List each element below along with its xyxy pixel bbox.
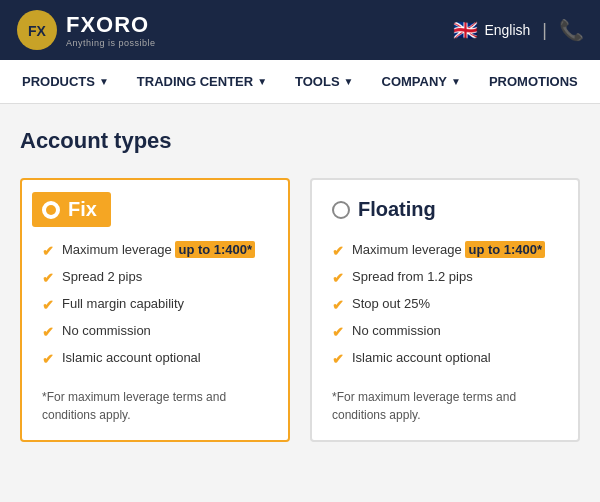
list-item: ✔ Maximum leverage up to 1:400* — [42, 237, 268, 264]
svg-text:FX: FX — [28, 23, 47, 39]
fix-card[interactable]: Fix ✔ Maximum leverage up to 1:400* ✔ Sp… — [20, 178, 290, 442]
products-arrow-icon: ▼ — [99, 76, 109, 87]
tools-arrow-icon: ▼ — [344, 76, 354, 87]
logo-tagline: Anything is possible — [66, 38, 156, 48]
checkmark-icon: ✔ — [332, 351, 344, 367]
list-item: ✔ No commission — [332, 318, 558, 345]
lang-selector[interactable]: 🇬🇧 English — [453, 18, 530, 42]
floating-feature-3: Stop out 25% — [352, 296, 430, 311]
checkmark-icon: ✔ — [42, 324, 54, 340]
fix-feature-1: Maximum leverage up to 1:400* — [62, 242, 255, 257]
list-item: ✔ Spread 2 pips — [42, 264, 268, 291]
page-title: Account types — [20, 128, 580, 154]
checkmark-icon: ✔ — [332, 297, 344, 313]
floating-card-header: Floating — [332, 198, 558, 221]
header-divider: | — [542, 20, 547, 41]
checkmark-icon: ✔ — [42, 270, 54, 286]
nav-item-products[interactable]: PRODUCTS ▼ — [8, 60, 123, 103]
logo-icon: FX — [16, 9, 58, 51]
floating-leverage-highlight: up to 1:400* — [465, 241, 545, 258]
main-nav: PRODUCTS ▼ TRADING CENTER ▼ TOOLS ▼ COMP… — [0, 60, 600, 104]
floating-card-title: Floating — [358, 198, 436, 221]
nav-label-trading-center: TRADING CENTER — [137, 74, 253, 89]
logo-area: FX FXORO Anything is possible — [16, 9, 156, 51]
floating-card[interactable]: Floating ✔ Maximum leverage up to 1:400*… — [310, 178, 580, 442]
main-content: Account types Fix ✔ Maximum leverage up … — [0, 104, 600, 466]
checkmark-icon: ✔ — [332, 270, 344, 286]
header-right: 🇬🇧 English | 📞 — [453, 18, 584, 42]
flag-icon: 🇬🇧 — [453, 18, 478, 42]
nav-item-company[interactable]: COMPANY ▼ — [368, 60, 475, 103]
floating-feature-4: No commission — [352, 323, 441, 338]
checkmark-icon: ✔ — [332, 324, 344, 340]
floating-feature-5: Islamic account optional — [352, 350, 491, 365]
fix-card-header: Fix — [42, 198, 268, 221]
fix-feature-4: No commission — [62, 323, 151, 338]
account-type-cards: Fix ✔ Maximum leverage up to 1:400* ✔ Sp… — [20, 178, 580, 442]
list-item: ✔ Full margin capability — [42, 291, 268, 318]
nav-item-tools[interactable]: TOOLS ▼ — [281, 60, 367, 103]
floating-footnote: *For maximum leverage terms and conditio… — [332, 388, 558, 424]
fix-feature-2: Spread 2 pips — [62, 269, 142, 284]
phone-icon[interactable]: 📞 — [559, 18, 584, 42]
company-arrow-icon: ▼ — [451, 76, 461, 87]
list-item: ✔ Stop out 25% — [332, 291, 558, 318]
nav-item-trading-center[interactable]: TRADING CENTER ▼ — [123, 60, 281, 103]
logo-text: FXORO — [66, 12, 156, 38]
checkmark-icon: ✔ — [42, 351, 54, 367]
list-item: ✔ Islamic account optional — [332, 345, 558, 372]
checkmark-icon: ✔ — [42, 297, 54, 313]
lang-label: English — [484, 22, 530, 38]
nav-label-promotions: PROMOTIONS — [489, 74, 578, 89]
floating-feature-1: Maximum leverage up to 1:400* — [352, 242, 545, 257]
fix-radio-button[interactable] — [42, 201, 60, 219]
fix-leverage-highlight: up to 1:400* — [175, 241, 255, 258]
header: FX FXORO Anything is possible 🇬🇧 English… — [0, 0, 600, 60]
fix-card-title: Fix — [68, 198, 97, 221]
list-item: ✔ No commission — [42, 318, 268, 345]
list-item: ✔ Islamic account optional — [42, 345, 268, 372]
nav-label-company: COMPANY — [382, 74, 447, 89]
nav-label-tools: TOOLS — [295, 74, 340, 89]
trading-center-arrow-icon: ▼ — [257, 76, 267, 87]
fix-feature-3: Full margin capability — [62, 296, 184, 311]
floating-radio-button[interactable] — [332, 201, 350, 219]
fix-footnote: *For maximum leverage terms and conditio… — [42, 388, 268, 424]
floating-feature-2: Spread from 1.2 pips — [352, 269, 473, 284]
nav-item-promotions[interactable]: PROMOTIONS — [475, 60, 592, 103]
fix-feature-list: ✔ Maximum leverage up to 1:400* ✔ Spread… — [42, 237, 268, 372]
list-item: ✔ Spread from 1.2 pips — [332, 264, 558, 291]
nav-label-products: PRODUCTS — [22, 74, 95, 89]
checkmark-icon: ✔ — [332, 243, 344, 259]
list-item: ✔ Maximum leverage up to 1:400* — [332, 237, 558, 264]
fix-feature-5: Islamic account optional — [62, 350, 201, 365]
floating-feature-list: ✔ Maximum leverage up to 1:400* ✔ Spread… — [332, 237, 558, 372]
checkmark-icon: ✔ — [42, 243, 54, 259]
